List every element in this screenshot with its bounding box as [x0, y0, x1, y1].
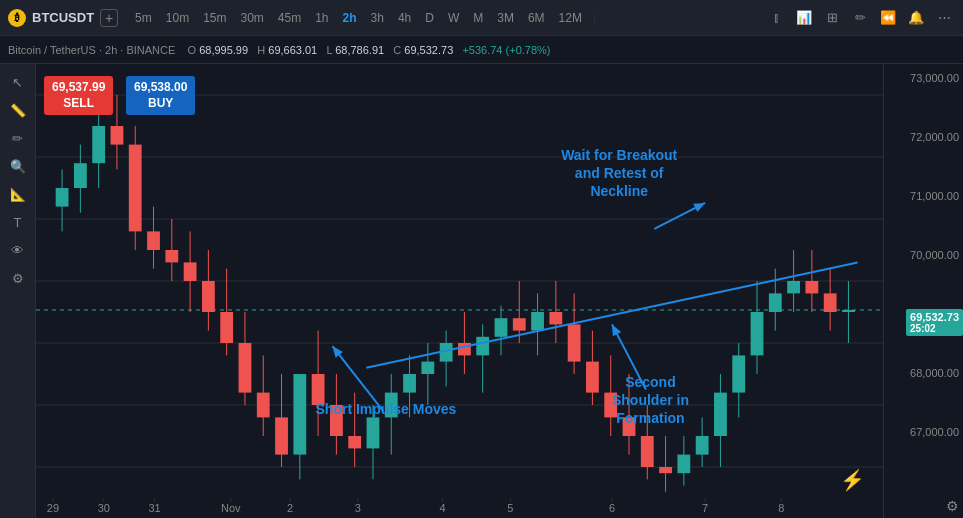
price-70k: 70,000.00	[910, 249, 959, 261]
tf-30m[interactable]: 30m	[235, 9, 268, 27]
tf-D[interactable]: D	[420, 9, 439, 27]
price-axis: 73,000.00 72,000.00 71,000.00 70,000.00 …	[883, 64, 963, 518]
tf-3h[interactable]: 3h	[366, 9, 389, 27]
chart-subtitle: Bitcoin / TetherUS · 2h · BINANCE O 68,9…	[8, 44, 551, 56]
measure-tool[interactable]: 📐	[6, 182, 30, 206]
buy-price: 69,538.00	[134, 80, 187, 94]
buy-badge: 69,538.00 BUY	[126, 76, 195, 115]
open-price: 68,995.99	[199, 44, 248, 56]
chart-main: 69,537.99 SELL 69,538.00 BUY Wait for Br…	[36, 64, 883, 518]
high-label: H	[257, 44, 265, 56]
price-axis-settings-icon[interactable]: ⚙	[946, 498, 959, 514]
replay-icon[interactable]: ⏪	[877, 7, 899, 29]
symbol-info: ₿ BTCUSDT +	[8, 9, 118, 27]
indicators-icon[interactable]: ⫿	[765, 7, 787, 29]
separator: |	[593, 11, 596, 25]
alerts-icon[interactable]: 🔔	[905, 7, 927, 29]
settings-tool[interactable]: ⚙	[6, 266, 30, 290]
current-price-time: 25:02	[910, 323, 959, 334]
drawing-tools-icon[interactable]: ✏	[849, 7, 871, 29]
more-icon[interactable]: ⋯	[933, 7, 955, 29]
price-change: +536.74 (+0.78%)	[462, 44, 550, 56]
close-label: C	[393, 44, 401, 56]
flash-icon[interactable]: ⚡	[840, 468, 865, 492]
price-73k: 73,000.00	[910, 72, 959, 84]
sell-label: SELL	[63, 96, 94, 110]
tf-M[interactable]: M	[468, 9, 488, 27]
pencil-tool[interactable]: ✏	[6, 126, 30, 150]
tf-W[interactable]: W	[443, 9, 464, 27]
tf-5m[interactable]: 5m	[130, 9, 157, 27]
tf-2h[interactable]: 2h	[338, 9, 362, 27]
sell-badge: 69,537.99 SELL	[44, 76, 113, 115]
tf-4h[interactable]: 4h	[393, 9, 416, 27]
sell-price: 69,537.99	[52, 80, 105, 94]
tf-3M[interactable]: 3M	[492, 9, 519, 27]
tf-1h[interactable]: 1h	[310, 9, 333, 27]
open-label: O	[188, 44, 197, 56]
tf-45m[interactable]: 45m	[273, 9, 306, 27]
eye-tool[interactable]: 👁	[6, 238, 30, 262]
ruler-tool[interactable]: 📏	[6, 98, 30, 122]
chart-type-icon[interactable]: 📊	[793, 7, 815, 29]
binance-label: Bitcoin / TetherUS · 2h · BINANCE	[8, 44, 175, 56]
price-71k: 71,000.00	[910, 190, 959, 202]
tf-15m[interactable]: 15m	[198, 9, 231, 27]
buy-label: BUY	[148, 96, 173, 110]
tf-12M[interactable]: 12M	[554, 9, 587, 27]
low-price: 68,786.91	[335, 44, 384, 56]
price-67k: 67,000.00	[910, 426, 959, 438]
current-price-value: 69,532.73	[910, 311, 959, 323]
current-price-label: 69,532.73 25:02	[906, 309, 963, 336]
chart-container: ↖ 📏 ✏ 🔍 📐 T 👁 ⚙ 69,537.99 SELL 69,538.00…	[0, 64, 963, 518]
subtitle-bar: Bitcoin / TetherUS · 2h · BINANCE O 68,9…	[0, 36, 963, 64]
text-tool[interactable]: T	[6, 210, 30, 234]
layout-icon[interactable]: ⊞	[821, 7, 843, 29]
close-price: 69,532.73	[404, 44, 453, 56]
price-72k: 72,000.00	[910, 131, 959, 143]
symbol-name[interactable]: BTCUSDT	[32, 10, 94, 25]
candlestick-chart[interactable]	[36, 64, 883, 518]
btc-icon: ₿	[8, 9, 26, 27]
high-price: 69,663.01	[268, 44, 317, 56]
toolbar-icons: ⫿ 📊 ⊞ ✏ ⏪ 🔔 ⋯	[765, 7, 955, 29]
left-toolbar: ↖ 📏 ✏ 🔍 📐 T 👁 ⚙	[0, 64, 36, 518]
add-symbol-button[interactable]: +	[100, 9, 118, 27]
tf-10m[interactable]: 10m	[161, 9, 194, 27]
zoom-tool[interactable]: 🔍	[6, 154, 30, 178]
cursor-tool[interactable]: ↖	[6, 70, 30, 94]
price-68k: 68,000.00	[910, 367, 959, 379]
low-label: L	[326, 44, 332, 56]
top-bar: ₿ BTCUSDT + 5m 10m 15m 30m 45m 1h 2h 3h …	[0, 0, 963, 36]
tf-6M[interactable]: 6M	[523, 9, 550, 27]
